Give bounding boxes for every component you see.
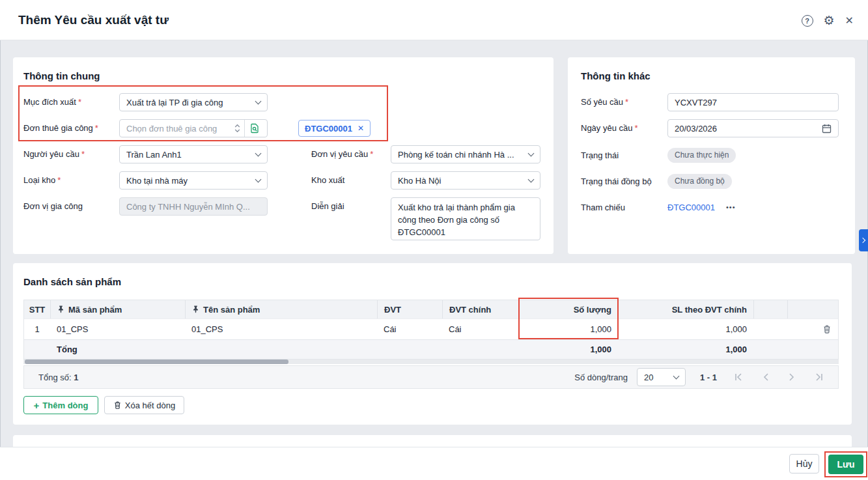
label-text: Loại kho: [23, 175, 55, 185]
prev-page-icon[interactable]: [763, 373, 769, 381]
total-count-value: 1: [74, 373, 78, 382]
table-header-row: STT Mã sản phẩm Tên sản phẩm ĐVT ĐVT chí…: [24, 300, 838, 318]
label-processing-unit: Đơn vị gia công: [23, 197, 83, 216]
label-text: Diễn giải: [311, 201, 344, 211]
description-textarea[interactable]: Xuất kho trả lại thành phẩm gia công the…: [391, 197, 540, 240]
product-table: STT Mã sản phẩm Tên sản phẩm ĐVT ĐVT chí…: [23, 300, 839, 360]
label-text: Ngày yêu cầu: [581, 123, 633, 133]
request-date-value: 20/03/2026: [675, 124, 822, 134]
rows-per-page-select[interactable]: 20: [637, 368, 686, 386]
reference-link[interactable]: ĐTGC00001: [667, 199, 715, 217]
first-page-icon[interactable]: [734, 373, 743, 381]
label-sync-status: Trạng thái đồng bộ: [581, 173, 652, 191]
calendar-icon[interactable]: [822, 124, 832, 134]
trash-icon: [113, 401, 122, 410]
sync-status-badge: Chưa đồng bộ: [667, 174, 732, 189]
cell-unit[interactable]: Cái: [377, 319, 442, 339]
table-total-row: Tổng 1,000 1,000: [24, 339, 838, 359]
required-marker: *: [78, 97, 81, 107]
add-row-button[interactable]: + Thêm dòng: [23, 396, 98, 414]
table-row[interactable]: 1 01_CPS 01_CPS Cái Cái 1,000 1,000: [24, 318, 838, 339]
column-header-label: Mã sản phẩm: [68, 305, 122, 315]
cell-stt: 1: [24, 319, 50, 339]
chevron-down-icon: [673, 373, 680, 379]
help-icon[interactable]: ?: [802, 15, 813, 27]
label-text: Người yêu cầu: [23, 149, 79, 159]
rows-per-page-label: Số dòng/trang: [574, 373, 628, 382]
rows-per-page-value: 20: [644, 373, 674, 382]
pin-icon: [57, 305, 64, 313]
cell-product-code[interactable]: 01_CPS: [50, 319, 185, 339]
label-text: Trạng thái: [581, 150, 619, 160]
cell-product-name[interactable]: 01_CPS: [185, 319, 377, 339]
column-header-main-unit[interactable]: ĐVT chính: [442, 300, 519, 318]
panel-general-info: Thông tin chung Mục đích xuất* Xuất trả …: [13, 57, 553, 254]
more-icon[interactable]: •••: [726, 199, 736, 217]
modal-add-material-export-request: Thêm Yêu cầu xuất vật tư ? ⚙ ✕ Thông tin…: [0, 0, 868, 480]
label-export-purpose: Mục đích xuất*: [23, 93, 81, 111]
horizontal-scrollbar: [23, 360, 839, 364]
delete-all-rows-button[interactable]: Xóa hết dòng: [104, 396, 184, 414]
request-unit-select[interactable]: Phòng kế toán chi nhánh Hà ...: [391, 145, 540, 163]
chevron-down-icon: [255, 150, 262, 156]
label-requester: Người yêu cầu*: [23, 145, 85, 163]
label-text: Tham chiếu: [581, 203, 625, 212]
total-quantity: 1,000: [519, 340, 618, 359]
save-button[interactable]: Lưu: [828, 455, 863, 474]
selected-order-chip[interactable]: ĐTGC00001 ✕: [298, 120, 371, 137]
request-date-input[interactable]: 20/03/2026: [667, 119, 839, 137]
request-unit-value: Phòng kế toán chi nhánh Hà ...: [398, 150, 529, 160]
total-qty-main-unit: 1,000: [618, 340, 753, 359]
warehouse-type-value: Kho tại nhà máy: [126, 176, 256, 186]
requester-select[interactable]: Trần Lan Anh1: [119, 145, 268, 163]
chevron-down-icon: [528, 176, 535, 182]
pagination: [734, 373, 824, 381]
delete-row-icon[interactable]: [822, 324, 832, 334]
panel-other-info: Thông tin khác Số yêu cầu* YCXVT297 Ngày…: [568, 57, 855, 254]
label-text: Trạng thái đồng bộ: [581, 176, 652, 186]
export-warehouse-select[interactable]: Kho Hà Nội: [391, 171, 540, 190]
column-header-quantity[interactable]: Số lượng: [519, 300, 618, 318]
label-processing-order: Đơn thuê gia công*: [23, 119, 98, 137]
next-page-icon[interactable]: [789, 373, 795, 381]
total-cell-empty: [24, 340, 50, 359]
column-header-unit[interactable]: ĐVT: [377, 300, 442, 318]
total-cell-empty: [442, 340, 519, 359]
column-header-product-name[interactable]: Tên sản phẩm: [185, 300, 377, 318]
cancel-button[interactable]: Hủy: [789, 454, 819, 473]
processing-order-placeholder: Chọn đơn thuê gia công: [126, 124, 234, 134]
export-purpose-select[interactable]: Xuất trả lại TP đi gia công: [119, 93, 268, 111]
status-badge: Chưa thực hiện: [667, 148, 736, 163]
modal-header: Thêm Yêu cầu xuất vật tư ? ⚙ ✕: [0, 0, 868, 40]
label-request-number: Số yêu cầu*: [581, 93, 628, 111]
gear-icon[interactable]: ⚙: [824, 15, 835, 27]
column-header-product-code[interactable]: Mã sản phẩm: [50, 300, 185, 318]
last-page-icon[interactable]: [815, 373, 824, 381]
processing-order-combo[interactable]: Chọn đơn thuê gia công: [119, 119, 268, 137]
label-text: Đơn thuê gia công: [23, 123, 93, 133]
cell-main-unit[interactable]: Cái: [442, 319, 519, 339]
scrollbar-thumb[interactable]: [25, 360, 288, 364]
column-header-stt[interactable]: STT: [24, 300, 50, 318]
panel-product-list: Danh sách sản phẩm STT Mã sản phẩm Tên s…: [13, 263, 852, 425]
side-panel-toggle[interactable]: [859, 229, 868, 251]
header-icons: ? ⚙ ✕: [802, 14, 854, 27]
column-header-qty-main-unit[interactable]: SL theo ĐVT chính: [618, 300, 753, 318]
chip-remove-icon[interactable]: ✕: [357, 124, 364, 133]
cell-quantity[interactable]: 1,000: [519, 319, 618, 339]
label-status: Trạng thái: [581, 147, 619, 165]
total-cell-empty: [753, 340, 787, 359]
processing-unit-input: Công ty TNHH Nguyễn MInh Q...: [119, 197, 268, 216]
request-number-input[interactable]: YCXVT297: [667, 93, 839, 111]
document-search-icon[interactable]: [245, 120, 264, 137]
cell-qty-main-unit[interactable]: 1,000: [618, 319, 753, 339]
column-header-actions: [787, 300, 838, 318]
warehouse-type-select[interactable]: Kho tại nhà máy: [119, 171, 268, 190]
close-icon[interactable]: ✕: [845, 14, 854, 27]
total-cell-empty: [377, 340, 442, 359]
total-label: Tổng: [50, 340, 185, 359]
chevron-down-icon: [255, 176, 262, 182]
pin-icon: [192, 305, 199, 313]
chevron-down-icon: [528, 150, 535, 156]
column-header-label: Tên sản phẩm: [203, 305, 260, 315]
